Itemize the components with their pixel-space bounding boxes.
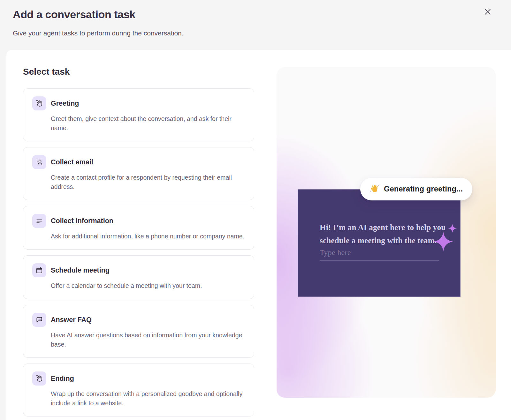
chat-message: Hi! I’m an AI agent here to help you sch… <box>320 221 447 247</box>
contact-icon <box>32 155 46 169</box>
task-title: Collect information <box>51 214 244 228</box>
calendar-icon <box>32 263 46 277</box>
task-title: Greeting <box>51 96 244 110</box>
close-button[interactable] <box>481 6 494 19</box>
task-card-answer-faq[interactable]: Answer FAQ Have AI answer questions base… <box>23 305 254 358</box>
task-description: Wrap up the conversation with a personal… <box>51 389 244 408</box>
task-description: Offer a calendar to schedule a meeting w… <box>51 281 202 290</box>
wave-icon <box>32 371 46 386</box>
task-description: Ask for additional information, like a p… <box>51 232 244 241</box>
waving-hand-emoji-icon <box>370 184 380 195</box>
chat-preview-card: Hi! I’m an AI agent here to help you sch… <box>298 189 461 297</box>
page-subtitle: Give your agent tasks to perform during … <box>13 29 184 37</box>
chat-input-placeholder: Type here <box>320 248 351 257</box>
page-title: Add a conversation task <box>13 8 135 21</box>
lines-icon <box>32 214 46 228</box>
chat-bubble-icon <box>32 313 46 327</box>
task-card-ending[interactable]: Ending Wrap up the conversation with a p… <box>23 364 254 416</box>
task-description: Greet them, give context about the conve… <box>51 114 244 133</box>
task-title: Answer FAQ <box>51 313 244 327</box>
task-description: Create a contact profile for a responden… <box>51 173 244 191</box>
task-title: Ending <box>51 371 244 386</box>
generating-status-label: Generating greeting... <box>384 185 463 193</box>
task-card-collect-information[interactable]: Collect information Ask for additional i… <box>23 206 254 250</box>
sparkle-icon-small <box>448 224 457 233</box>
close-icon <box>483 7 492 17</box>
preview-panel: Hi! I’m an AI agent here to help you sch… <box>277 67 496 398</box>
task-card-greeting[interactable]: Greeting Greet them, give context about … <box>23 88 254 141</box>
sparkle-icon <box>433 232 453 251</box>
wave-icon <box>32 96 46 110</box>
select-task-heading: Select task <box>23 67 70 77</box>
task-list: Greeting Greet them, give context about … <box>23 88 254 416</box>
task-title: Collect email <box>51 155 244 169</box>
task-description: Have AI answer questions based on inform… <box>51 331 244 349</box>
chat-input-underline <box>320 260 439 261</box>
generating-status-badge: Generating greeting... <box>360 178 472 200</box>
task-card-collect-email[interactable]: Collect email Create a contact profile f… <box>23 147 254 200</box>
task-title: Schedule meeting <box>51 263 202 277</box>
task-card-schedule-meeting[interactable]: Schedule meeting Offer a calendar to sch… <box>23 255 254 299</box>
